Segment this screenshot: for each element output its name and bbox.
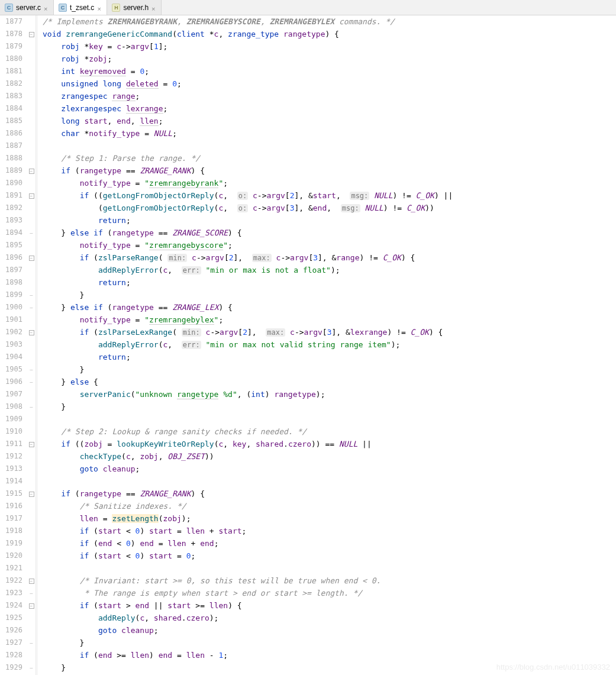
code-line[interactable]: return; bbox=[43, 351, 616, 363]
line-number[interactable]: 1916 bbox=[0, 500, 22, 512]
line-number[interactable]: 1889 bbox=[0, 164, 22, 177]
code-line[interactable]: int keyremoved = 0; bbox=[43, 65, 616, 77]
code-line[interactable]: if (rangetype == ZRANGE_RANK) { bbox=[43, 164, 616, 177]
line-number[interactable]: 1884 bbox=[0, 102, 22, 115]
tab-server-c[interactable]: Cserver.c× bbox=[0, 0, 54, 15]
line-number[interactable]: 1887 bbox=[0, 140, 22, 152]
fold-cell[interactable]: − bbox=[27, 599, 36, 612]
fold-collapse-icon[interactable]: − bbox=[29, 442, 34, 447]
code-line[interactable]: addReplyError(c, err: "min or max is not… bbox=[43, 264, 616, 276]
code-line[interactable]: if ((getLongFromObjectOrReply(c, o: c->a… bbox=[43, 189, 616, 202]
fold-cell[interactable]: ─ bbox=[27, 661, 36, 674]
line-number[interactable]: 1926 bbox=[0, 624, 22, 637]
code-line[interactable]: notify_type = "zremrangebylex"; bbox=[43, 314, 616, 326]
line-number[interactable]: 1879 bbox=[0, 40, 22, 53]
line-number[interactable]: 1909 bbox=[0, 413, 22, 425]
line-number[interactable]: 1897 bbox=[0, 264, 22, 276]
code-line[interactable]: } bbox=[43, 289, 616, 301]
fold-gutter[interactable]: −−−─−──−───−−−─−── bbox=[27, 15, 36, 675]
fold-cell[interactable]: ─ bbox=[27, 227, 36, 239]
code-line[interactable]: /* Step 1: Parse the range. */ bbox=[43, 152, 616, 164]
fold-cell[interactable]: − bbox=[27, 574, 36, 587]
tab-server-h[interactable]: Hserver.h× bbox=[107, 0, 162, 15]
code-line[interactable]: serverPanic("unknown rangetype %d", (int… bbox=[43, 388, 616, 401]
code-line[interactable]: notify_type = "zremrangebyscore"; bbox=[43, 239, 616, 251]
line-number[interactable]: 1881 bbox=[0, 65, 22, 77]
fold-collapse-icon[interactable]: − bbox=[29, 169, 34, 174]
fold-cell[interactable]: − bbox=[27, 189, 36, 202]
code-line[interactable]: } bbox=[43, 363, 616, 376]
code-line[interactable]: if (start > end || start >= llen) { bbox=[43, 599, 616, 612]
line-number[interactable]: 1911 bbox=[0, 438, 22, 450]
fold-collapse-icon[interactable]: − bbox=[29, 330, 34, 335]
line-number[interactable]: 1924 bbox=[0, 599, 22, 612]
line-number[interactable]: 1901 bbox=[0, 314, 22, 326]
code-line[interactable]: if (end >= llen) end = llen - 1; bbox=[43, 649, 616, 661]
line-number[interactable]: 1903 bbox=[0, 338, 22, 351]
close-icon[interactable]: × bbox=[44, 5, 49, 10]
line-number[interactable]: 1915 bbox=[0, 487, 22, 500]
close-icon[interactable]: × bbox=[97, 5, 102, 10]
fold-cell[interactable]: ─ bbox=[27, 289, 36, 301]
line-number[interactable]: 1906 bbox=[0, 376, 22, 388]
code-line[interactable]: /* Step 2: Lookup & range sanity checks … bbox=[43, 425, 616, 438]
line-number[interactable]: 1919 bbox=[0, 537, 22, 550]
code-line[interactable]: } bbox=[43, 401, 616, 413]
code-line[interactable]: addReply(c, shared.czero); bbox=[43, 612, 616, 624]
code-line[interactable]: if (start < 0) start = 0; bbox=[43, 550, 616, 562]
code-line[interactable]: goto cleanup; bbox=[43, 463, 616, 475]
line-number[interactable]: 1877 bbox=[0, 15, 22, 28]
fold-cell[interactable]: − bbox=[27, 487, 36, 500]
line-number[interactable]: 1891 bbox=[0, 189, 22, 202]
line-number[interactable]: 1905 bbox=[0, 363, 22, 376]
code-line[interactable] bbox=[43, 413, 616, 425]
code-line[interactable]: robj *key = c->argv[1]; bbox=[43, 40, 616, 53]
line-number[interactable]: 1895 bbox=[0, 239, 22, 251]
fold-collapse-icon[interactable]: − bbox=[29, 492, 34, 497]
line-number[interactable]: 1910 bbox=[0, 425, 22, 438]
code-line[interactable]: goto cleanup; bbox=[43, 624, 616, 637]
line-number[interactable]: 1921 bbox=[0, 562, 22, 574]
code-line[interactable] bbox=[43, 140, 616, 152]
code-line[interactable]: if (zslParseLexRange( min: c->argv[2], m… bbox=[43, 326, 616, 338]
code-line[interactable]: } else if (rangetype == ZRANGE_LEX) { bbox=[43, 301, 616, 314]
code-line[interactable]: zlexrangespec lexrange; bbox=[43, 102, 616, 115]
code-line[interactable]: } else if (rangetype == ZRANGE_SCORE) { bbox=[43, 227, 616, 239]
fold-collapse-icon[interactable]: − bbox=[29, 32, 34, 37]
code-line[interactable]: zrangespec range; bbox=[43, 90, 616, 102]
fold-cell[interactable]: ─ bbox=[27, 301, 36, 314]
code-line[interactable]: /* Sanitize indexes. */ bbox=[43, 500, 616, 512]
code-line[interactable]: if (end < 0) end = llen + end; bbox=[43, 537, 616, 550]
line-number[interactable]: 1914 bbox=[0, 475, 22, 487]
line-number[interactable]: 1893 bbox=[0, 214, 22, 227]
close-icon[interactable]: × bbox=[151, 5, 156, 10]
line-number[interactable]: 1882 bbox=[0, 77, 22, 90]
line-number[interactable]: 1917 bbox=[0, 512, 22, 525]
line-number[interactable]: 1885 bbox=[0, 115, 22, 127]
line-number[interactable]: 1886 bbox=[0, 127, 22, 140]
line-number[interactable]: 1912 bbox=[0, 450, 22, 463]
code-line[interactable]: return; bbox=[43, 214, 616, 227]
code-line[interactable]: (getLongFromObjectOrReply(c, o: c->argv[… bbox=[43, 202, 616, 214]
code-line[interactable]: if ((zobj = lookupKeyWriteOrReply(c, key… bbox=[43, 438, 616, 450]
fold-cell[interactable]: ─ bbox=[27, 637, 36, 649]
fold-collapse-icon[interactable]: − bbox=[29, 603, 34, 609]
line-number[interactable]: 1899 bbox=[0, 289, 22, 301]
line-number[interactable]: 1878 bbox=[0, 28, 22, 40]
line-number[interactable]: 1894 bbox=[0, 227, 22, 239]
fold-cell[interactable]: − bbox=[27, 28, 36, 40]
code-line[interactable]: /* Implements ZREMRANGEBYRANK, ZREMRANGE… bbox=[43, 15, 616, 28]
line-number[interactable]: 1902 bbox=[0, 326, 22, 338]
code-line[interactable] bbox=[43, 475, 616, 487]
line-number[interactable]: 1890 bbox=[0, 177, 22, 189]
line-number[interactable]: 1918 bbox=[0, 525, 22, 537]
code-line[interactable]: unsigned long deleted = 0; bbox=[43, 77, 616, 90]
code-line[interactable]: } bbox=[43, 637, 616, 649]
fold-cell[interactable]: ─ bbox=[27, 587, 36, 599]
fold-collapse-icon[interactable]: − bbox=[29, 579, 34, 584]
code-line[interactable]: robj *zobj; bbox=[43, 53, 616, 65]
fold-cell[interactable]: − bbox=[27, 164, 36, 177]
line-number[interactable]: 1898 bbox=[0, 276, 22, 289]
code-line[interactable]: void zremrangeGenericCommand(client *c, … bbox=[43, 28, 616, 40]
line-number[interactable]: 1892 bbox=[0, 202, 22, 214]
